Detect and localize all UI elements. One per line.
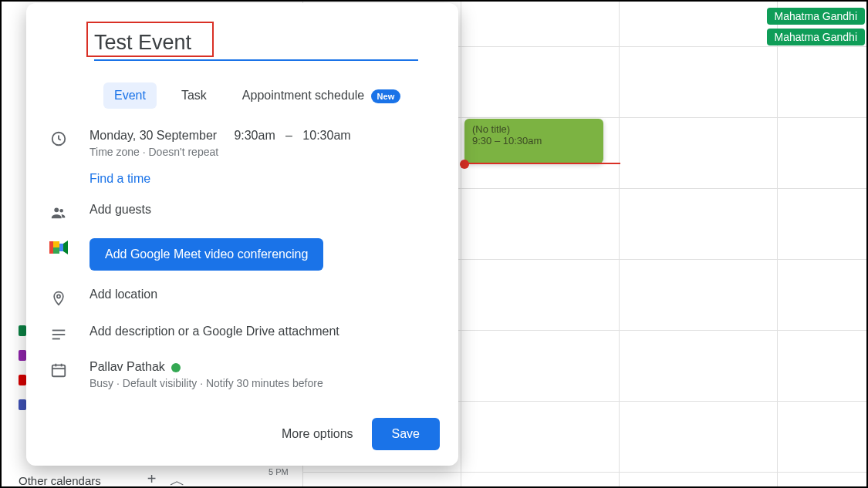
svg-point-8 xyxy=(57,294,60,298)
calendar-color-swatch[interactable] xyxy=(19,375,26,385)
tab-task[interactable]: Task xyxy=(171,82,218,109)
calendar-owner-row[interactable]: Pallav Pathak xyxy=(90,360,440,374)
find-a-time-link[interactable]: Find a time xyxy=(90,172,440,186)
tab-appointment-label: Appointment schedule xyxy=(242,89,364,102)
collapse-icon[interactable]: ︿ xyxy=(170,470,185,488)
event-end-time: 10:30am xyxy=(302,129,350,142)
all-day-event-pill[interactable]: Mahatma Gandhi xyxy=(767,29,865,45)
svg-rect-4 xyxy=(53,241,59,247)
calendar-color-swatch[interactable] xyxy=(19,350,26,361)
add-location-field[interactable]: Add location xyxy=(90,288,440,301)
event-start-time: 9:30am xyxy=(234,129,275,142)
current-time-line xyxy=(463,163,620,164)
tab-event[interactable]: Event xyxy=(103,82,157,109)
timezone-repeat-label[interactable]: Time zone · Doesn't repeat xyxy=(90,146,440,158)
all-day-event-pill[interactable]: Mahatma Gandhi xyxy=(767,8,865,25)
create-event-popup: Event Task Appointment schedule New Mond… xyxy=(26,3,458,466)
svg-rect-6 xyxy=(59,244,63,251)
event-title: (No title) xyxy=(472,123,596,135)
visibility-notification-label[interactable]: Busy · Default visibility · Notify 30 mi… xyxy=(90,377,440,389)
event-time: 9:30 – 10:30am xyxy=(472,135,596,146)
calendar-owner-name: Pallav Pathak xyxy=(90,360,165,373)
svg-point-1 xyxy=(54,207,59,212)
event-title-input[interactable] xyxy=(94,31,418,61)
save-button[interactable]: Save xyxy=(372,418,440,450)
svg-rect-3 xyxy=(49,241,53,254)
more-options-button[interactable]: More options xyxy=(282,427,353,441)
svg-marker-7 xyxy=(63,241,68,254)
event-type-tabs: Event Task Appointment schedule New xyxy=(103,82,440,109)
add-description-field[interactable]: Add description or a Google Drive attach… xyxy=(90,325,440,338)
current-time-dot xyxy=(460,160,469,169)
svg-rect-12 xyxy=(52,365,66,377)
add-guests-field[interactable]: Add guests xyxy=(90,203,440,217)
google-meet-icon xyxy=(45,238,73,255)
people-icon xyxy=(45,203,73,221)
calendar-icon xyxy=(45,360,73,379)
description-icon xyxy=(45,325,73,343)
event-date: Monday, 30 September xyxy=(90,129,217,142)
add-google-meet-button[interactable]: Add Google Meet video conferencing xyxy=(90,238,323,271)
time-axis-label: 5 PM xyxy=(269,467,289,476)
tab-appointment-schedule[interactable]: Appointment schedule New xyxy=(231,82,411,109)
location-pin-icon xyxy=(45,288,73,308)
calendar-color-swatch[interactable] xyxy=(19,399,26,410)
date-time-row[interactable]: Monday, 30 September 9:30am – 10:30am xyxy=(90,129,440,143)
other-calendars-label[interactable]: Other calendars xyxy=(19,474,101,487)
add-calendar-icon[interactable]: + xyxy=(147,470,157,488)
svg-point-2 xyxy=(59,209,63,213)
calendar-color-swatch[interactable] xyxy=(19,325,26,336)
new-badge: New xyxy=(371,89,401,103)
clock-icon xyxy=(45,129,73,147)
calendar-color-dot xyxy=(171,363,181,372)
calendar-event-block[interactable]: (No title) 9:30 – 10:30am xyxy=(464,119,603,163)
svg-rect-5 xyxy=(53,247,59,254)
